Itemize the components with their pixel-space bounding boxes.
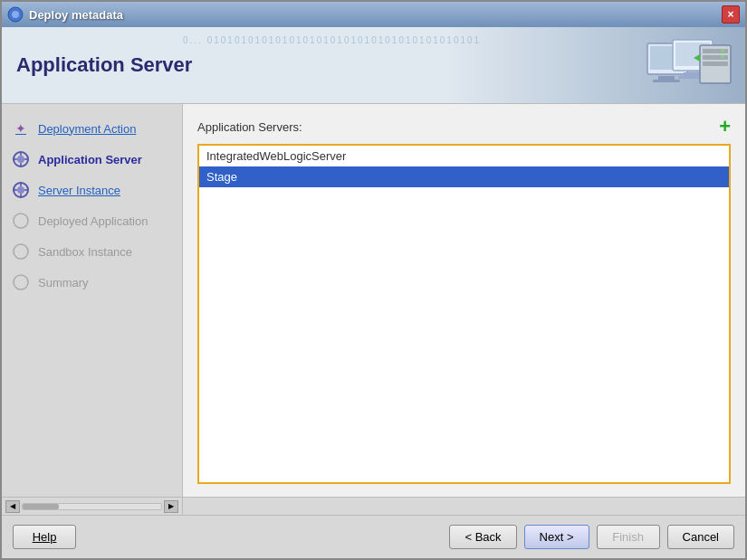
main-content: ✦ Deployment Action Application Server bbox=[2, 104, 745, 497]
content-header: Application Servers: + bbox=[197, 117, 731, 137]
left-nav: ✦ Deployment Action Application Server bbox=[2, 104, 183, 497]
back-button[interactable]: < Back bbox=[449, 525, 516, 549]
server-icon-area bbox=[646, 36, 736, 98]
svg-rect-5 bbox=[653, 80, 680, 82]
footer-left: Help bbox=[13, 525, 76, 549]
header-area: Application Server 0... 0101010101010101… bbox=[2, 27, 745, 104]
nav-icon-sandbox-instance bbox=[11, 242, 31, 261]
nav-icon-summary bbox=[11, 272, 31, 292]
right-content: Application Servers: + IntegratedWebLogi… bbox=[183, 104, 745, 497]
scroll-thumb bbox=[23, 504, 59, 509]
svg-rect-4 bbox=[658, 76, 675, 80]
add-server-button[interactable]: + bbox=[719, 117, 731, 137]
title-bar: Deploy metadata × bbox=[2, 2, 745, 27]
svg-rect-8 bbox=[684, 72, 700, 76]
cancel-button[interactable]: Cancel bbox=[667, 525, 734, 549]
server-list[interactable]: IntegratedWebLogicServer Stage bbox=[197, 144, 731, 484]
nav-item-deployment-action[interactable]: ✦ Deployment Action bbox=[2, 113, 182, 144]
list-label: Application Servers: bbox=[197, 120, 302, 134]
server-icon bbox=[646, 36, 736, 95]
nav-icon-deployed-application bbox=[11, 211, 31, 231]
scroll-right-arrow[interactable]: ▶ bbox=[164, 500, 178, 513]
next-button[interactable]: Next > bbox=[524, 525, 589, 549]
svg-point-15 bbox=[721, 55, 724, 59]
svg-point-29 bbox=[14, 214, 28, 228]
nav-icon-application-server bbox=[11, 149, 31, 169]
nav-item-deployed-application: Deployed Application bbox=[2, 205, 182, 236]
svg-point-30 bbox=[14, 244, 28, 259]
svg-point-31 bbox=[14, 275, 28, 289]
footer-right: < Back Next > Finish Cancel bbox=[449, 525, 734, 549]
nav-icon-server-instance bbox=[11, 180, 31, 200]
nav-item-sandbox-instance: Sandbox Instance bbox=[2, 236, 182, 267]
nav-icon-deployment-action: ✦ bbox=[11, 119, 31, 138]
footer: Help < Back Next > Finish Cancel bbox=[2, 515, 745, 558]
app-icon bbox=[7, 6, 24, 23]
nav-item-application-server[interactable]: Application Server bbox=[2, 144, 182, 175]
dialog-title: Deploy metadata bbox=[29, 8, 123, 22]
left-scrollbar: ◀ ▶ bbox=[2, 498, 183, 515]
svg-rect-13 bbox=[703, 62, 728, 66]
svg-point-24 bbox=[17, 186, 24, 194]
nav-item-server-instance[interactable]: Server Instance bbox=[2, 175, 182, 205]
nav-item-summary: Summary bbox=[2, 267, 182, 298]
page-title: Application Server bbox=[16, 53, 192, 77]
finish-button[interactable]: Finish bbox=[597, 525, 660, 549]
help-button[interactable]: Help bbox=[13, 525, 76, 549]
svg-point-18 bbox=[17, 156, 24, 163]
header-bg-text: 0... 01010101010101010101010101010101010… bbox=[183, 34, 646, 47]
right-scroll-spacer bbox=[183, 498, 745, 515]
svg-point-14 bbox=[721, 49, 724, 52]
dialog: Deploy metadata × Application Server 0..… bbox=[0, 0, 747, 560]
title-bar-left: Deploy metadata bbox=[7, 6, 123, 23]
close-button[interactable]: × bbox=[722, 5, 740, 24]
bottom-scroll-area: ◀ ▶ bbox=[2, 497, 745, 515]
scroll-track bbox=[22, 503, 162, 510]
scroll-left-arrow[interactable]: ◀ bbox=[5, 500, 20, 513]
list-item-stage[interactable]: Stage bbox=[199, 166, 729, 187]
list-item-integrated[interactable]: IntegratedWebLogicServer bbox=[199, 146, 729, 166]
svg-point-1 bbox=[12, 11, 19, 18]
